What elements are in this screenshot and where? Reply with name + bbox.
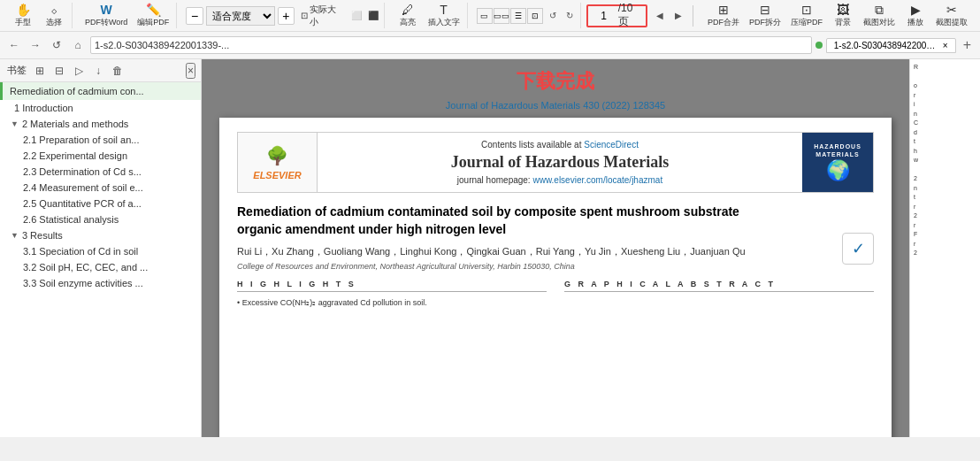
bookmark-item-label: 2.3 Determination of Cd s... [23,166,142,177]
screenshot-compare-button[interactable]: ⧉ 截图对比 [860,4,899,28]
add-tab-button[interactable]: + [960,37,975,53]
double-page-btn[interactable]: ▭▭ [494,8,509,24]
bookmark-item-pcr[interactable]: 2.5 Quantitative PCR of a... [0,196,201,211]
cover-hazardous-text: HAZARDOUS [814,143,861,150]
highlight-item-1: • Excessive CO(NH₂)₂ aggravated Cd pollu… [237,297,547,310]
select-tool-label: 选择 [46,17,62,28]
sciencedirect-link[interactable]: ScienceDirect [584,140,639,150]
bookmark-item-enzyme[interactable]: 3.3 Soil enzyme activities ... [0,275,201,291]
bookmark-item-ph[interactable]: 3.2 Soil pH, EC, CEC, and ... [0,259,201,275]
expand-triangle-icon[interactable] [11,119,19,128]
sidebar-icon-btn2[interactable]: ⊟ [51,63,67,79]
compare-icon: ⧉ [875,4,884,16]
bookmark-item-results[interactable]: 3 Results [0,227,201,243]
pdf-to-word-button[interactable]: W PDF转Word [81,4,131,28]
zoom-out-button[interactable]: − [186,7,203,25]
main-area: 书签 ⊞ ⊟ ▷ ↓ 🗑 × Remediation of cadmium co… [0,59,980,437]
pdf-viewer-area[interactable]: 下载完成 Journal of Hazardous Materials 430 … [202,59,909,437]
page-navigation: /10页 [586,4,647,27]
sidebar-icon-btn5[interactable]: 🗑 [110,63,126,79]
bookmark-item-meas[interactable]: 2.4 Measurement of soil e... [0,180,201,196]
tab-label: 1-s2.0-S0304389422001339-... [834,41,940,50]
hand-tool-label: 手型 [15,17,31,28]
extract-icon: ✂ [946,4,957,16]
pdf-convert-group: W PDF转Word ✏️ 编辑PDF [78,3,177,28]
graphical-header: G R A P H I C A L A B S T R A C T [564,280,874,292]
bookmark-item-prep[interactable]: 2.1 Preparation of soil an... [0,132,201,148]
address-bar-input[interactable] [90,36,812,54]
right-panel-text: R orinCdthw 2ntr2rFr2 [914,63,976,258]
scroll-btn[interactable]: ☰ [510,8,526,24]
background-button[interactable]: 🖼 背景 [829,4,857,28]
sidebar-icon-btn4[interactable]: ↓ [90,63,106,79]
insert-text-label: 插入文字 [428,17,460,28]
bookmark-item-intro[interactable]: 1 Introduction [0,100,201,116]
home-button[interactable]: ⌂ [69,36,87,54]
elsevier-wordmark: ELSEVIER [253,170,301,181]
tab-close-icon[interactable]: × [943,41,948,50]
hand-tool-button[interactable]: ✋ 手型 [9,4,37,28]
actual-size-button[interactable]: ⊡ 实际大小 [297,6,348,26]
forward-button[interactable]: → [27,36,44,54]
bookmark-item-det[interactable]: 2.3 Determination of Cd s... [0,164,201,180]
next-page-btn[interactable]: ▶ [671,9,685,23]
rotate-left-btn[interactable]: ↺ [546,9,560,23]
status-dot [815,42,823,49]
sidebar-icon-btn3[interactable]: ▷ [71,63,87,79]
pdf-split-label: PDF拆分 [749,17,781,28]
bookmark-item-label: 3.2 Soil pH, EC, CEC, and ... [23,262,148,273]
toolbar-row1: ✋ 手型 ⬦ 选择 W PDF转Word ✏️ 编辑PDF − 适合宽度 + [0,0,980,32]
zoom-in-button[interactable]: + [278,7,295,25]
journal-header: 🌳 ELSEVIER Contents lists available at S… [237,132,874,193]
bookmark-item-stats[interactable]: 2.6 Statistical analysis [0,211,201,227]
hand-select-group: ✋ 手型 ⬦ 选择 [5,3,73,28]
page-number-input[interactable] [592,10,616,22]
bookmark-item-label: 2.2 Experimental design [23,150,127,161]
bookmark-item-exp[interactable]: 2.2 Experimental design [0,148,201,164]
bookmark-item-label: 2.6 Statistical analysis [23,214,119,225]
insert-text-button[interactable]: T 插入文字 [425,4,463,28]
highlight-text-1: • Excessive CO(NH₂)₂ aggravated Cd pollu… [237,297,427,310]
journal-ref[interactable]: Journal of Hazardous Materials 430 (2022… [446,100,665,111]
back-button[interactable]: ← [5,36,23,54]
highlights-section: H I G H L I G H T S • Excessive CO(NH₂)₂… [237,280,874,310]
sidebar-icon-btn1[interactable]: ⊞ [32,63,48,79]
pdf-merge-button[interactable]: ⊞ PDF合并 [704,4,743,28]
play-button[interactable]: ▶ 播放 [901,4,930,28]
highlight-insert-group: 🖊 高亮 T 插入文字 [390,3,468,28]
actual-size-label: 实际大小 [310,4,344,28]
refresh-button[interactable]: ↺ [48,36,65,54]
sciencedirect-prefix: Contents lists available at [481,140,581,150]
journal-cover: HAZARDOUS MATERIALS 🌍 [802,133,873,192]
bookmark-item-methods[interactable]: 2 Materials and methods [0,116,201,132]
fit-width-btn2[interactable]: ⬛ [366,9,380,23]
pdf-split-button[interactable]: ⊟ PDF拆分 [746,4,785,28]
single-page-btn[interactable]: ▭ [477,8,493,24]
prev-page-btn[interactable]: ◀ [653,9,667,23]
homepage-link[interactable]: www.elsevier.com/locate/jhazmat [532,175,662,185]
current-tab[interactable]: 1-s2.0-S0304389422001339-... × [826,38,956,53]
background-label: 背景 [835,17,851,28]
bookmark-item-label: 3.1 Speciation of Cd in soil [23,246,138,257]
fit-width-btn1[interactable]: ⬜ [350,9,364,23]
journal-title: Journal of Hazardous Materials [451,153,669,172]
bookmark-item-label: 1 Introduction [14,103,73,113]
bookmark-item-spec[interactable]: 3.1 Speciation of Cd in soil [0,243,201,259]
rotate-right-btn[interactable]: ↻ [563,9,577,23]
sidebar-close-button[interactable]: × [186,63,195,79]
select-tool-button[interactable]: ⬦ 选择 [40,4,68,28]
highlight-button[interactable]: 🖊 高亮 [394,4,422,28]
compress-pdf-button[interactable]: ⊡ 压缩PDF [787,4,826,28]
expand-triangle-icon[interactable] [11,231,19,240]
fit-btn[interactable]: ⊡ [527,8,543,24]
cover-materials-text: MATERIALS [815,151,859,158]
zoom-select[interactable]: 适合宽度 [206,6,275,26]
word-icon: W [101,4,112,16]
check-icon: ✓ [852,239,865,258]
play-label: 播放 [907,17,923,28]
bookmark-current-item[interactable]: Remediation of cadmium con... [0,82,201,100]
bookmark-item-label: 2.5 Quantitative PCR of a... [23,198,142,209]
screenshot-extract-button[interactable]: ✂ 截图提取 [932,4,971,28]
cursor-icon: ⬦ [50,4,57,16]
edit-pdf-button[interactable]: ✏️ 编辑PDF [134,4,172,28]
